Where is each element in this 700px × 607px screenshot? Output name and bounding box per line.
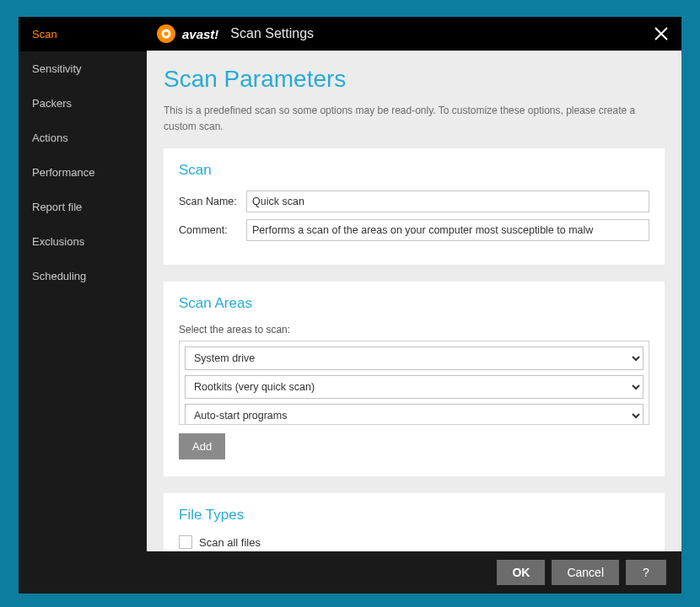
sidebar-item-scan[interactable]: Scan (19, 17, 147, 51)
ok-button[interactable]: OK (497, 560, 545, 585)
titlebar: avast! Scan Settings (147, 17, 681, 51)
avast-logo-icon (155, 23, 177, 45)
svg-point-2 (164, 31, 168, 35)
scan-areas-list[interactable]: System drive Rootkits (very quick scan) … (179, 341, 649, 425)
sidebar-item-actions[interactable]: Actions (19, 121, 147, 155)
file-types-card: File Types Scan all files (164, 493, 665, 551)
brand-text: avast! (182, 27, 218, 41)
page-description: This is a predefined scan so some option… (164, 103, 665, 135)
area-select-2[interactable]: Auto-start programs (185, 404, 643, 425)
close-icon (653, 25, 670, 42)
sidebar-item-exclusions[interactable]: Exclusions (19, 224, 147, 259)
window-title: Scan Settings (230, 26, 314, 41)
scan-card: Scan Scan Name: Comment: (164, 148, 665, 265)
scan-areas-card: Scan Areas Select the areas to scan: Sys… (164, 282, 665, 476)
scan-all-files-label: Scan all files (199, 536, 261, 549)
page-title: Scan Parameters (164, 66, 665, 93)
sidebar-item-scheduling[interactable]: Scheduling (19, 259, 147, 293)
footer-bar: OK Cancel ? (19, 551, 681, 594)
sidebar-item-sensitivity[interactable]: Sensitivity (19, 51, 147, 86)
close-button[interactable] (649, 22, 673, 46)
area-select-0[interactable]: System drive (185, 346, 643, 370)
scan-card-title: Scan (179, 162, 649, 179)
scan-name-label: Scan Name: (179, 196, 246, 207)
page-header: Scan Parameters This is a predefined sca… (147, 51, 681, 148)
scan-all-files-row[interactable]: Scan all files (179, 535, 649, 549)
content-column: avast! Scan Settings Scan Parameters Thi… (147, 17, 681, 551)
scan-areas-title: Scan Areas (179, 295, 649, 312)
scan-name-input[interactable] (246, 191, 649, 212)
scan-areas-subhead: Select the areas to scan: (179, 324, 649, 336)
file-types-title: File Types (179, 507, 649, 524)
sidebar-item-report-file[interactable]: Report file (19, 190, 147, 224)
main-content-scroll[interactable]: Scan Parameters This is a predefined sca… (147, 51, 681, 551)
scan-all-files-checkbox[interactable] (179, 535, 192, 549)
sidebar-item-packers[interactable]: Packers (19, 86, 147, 121)
comment-input[interactable] (246, 219, 649, 241)
sidebar: Scan Sensitivity Packers Actions Perform… (19, 17, 147, 551)
settings-window: Scan Sensitivity Packers Actions Perform… (19, 17, 681, 594)
cancel-button[interactable]: Cancel (552, 560, 619, 585)
area-select-1[interactable]: Rootkits (very quick scan) (185, 375, 643, 399)
comment-row: Comment: (179, 219, 649, 241)
help-button[interactable]: ? (626, 560, 666, 585)
scan-name-row: Scan Name: (179, 191, 649, 212)
comment-label: Comment: (179, 224, 246, 236)
window-body: Scan Sensitivity Packers Actions Perform… (19, 17, 681, 551)
sidebar-item-performance[interactable]: Performance (19, 155, 147, 190)
add-area-button[interactable]: Add (179, 433, 225, 459)
